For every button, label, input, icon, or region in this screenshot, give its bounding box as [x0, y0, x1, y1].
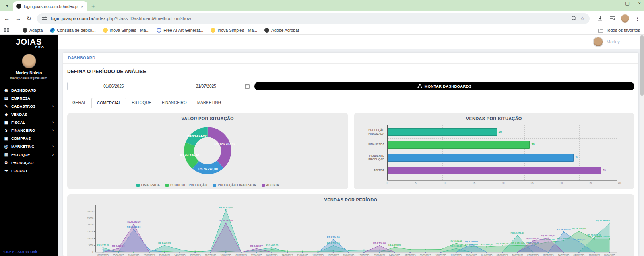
dollar-icon: $: [4, 128, 8, 133]
browser-profile-avatar[interactable]: [621, 14, 629, 23]
bookmark-item[interactable]: Adobe Acrobat: [264, 28, 299, 33]
scrollbar-thumb[interactable]: [640, 35, 644, 96]
forward-button[interactable]: →: [15, 15, 21, 22]
period-chart-title: VENDAS POR PERÍODO: [70, 197, 631, 202]
y-tick-label: 30000: [87, 210, 93, 213]
bar-category-label: FINALIZADA: [357, 141, 387, 149]
bar-value-label: 20: [499, 130, 502, 133]
tab-close-icon[interactable]: ×: [80, 4, 84, 9]
x-tick-label: 07/06/2025: [374, 254, 385, 256]
reload-button[interactable]: ↻: [27, 15, 31, 22]
data-point: [210, 252, 211, 253]
point-value-label: R$ 5.900,00: [465, 240, 478, 243]
sidebar-item-logout[interactable]: ↪LOGOUT: [0, 166, 58, 174]
bookmarks-bar: AdaptaConsulta de débito...Inova Simples…: [0, 26, 644, 35]
x-tick-label: 03/07/2025: [405, 254, 416, 256]
sidebar-item-cadastros[interactable]: ✎CADASTROS›: [0, 102, 58, 110]
bookmark-item[interactable]: Free AI Art Generat...: [157, 28, 203, 33]
data-point: [517, 235, 518, 236]
sidebar-item-label: VENDAS: [11, 112, 27, 117]
sidebar-item-marketing[interactable]: @MARKETING›: [0, 142, 58, 150]
data-point: [517, 252, 518, 253]
tab-title: login.joiaspro.com.br/index.php: [24, 4, 78, 9]
date-from-input[interactable]: 01/06/2025: [68, 82, 160, 90]
x-tick-label: 02/06/2025: [97, 254, 109, 256]
build-dashboards-button[interactable]: MONTAR DASHBOARDS: [254, 82, 634, 90]
bar-chart-title: VENDAS POR SITUAÇÃO: [357, 116, 632, 121]
zoom-icon[interactable]: [571, 16, 577, 21]
divider: [595, 27, 595, 33]
back-button[interactable]: ←: [4, 15, 10, 22]
page-scrollbar[interactable]: [640, 35, 644, 256]
legend-label: PENDENTE PRODUÇÃO: [170, 183, 207, 187]
data-point: [502, 245, 503, 246]
x-tick-label: 12/06/2025: [589, 254, 600, 256]
tab-financeiro[interactable]: FINANCEIRO: [157, 98, 192, 108]
point-value-label: R$ 4.750,00: [373, 242, 386, 244]
sidebar-item-estoque[interactable]: ▥ESTOQUE›: [0, 150, 58, 158]
bookmark-item[interactable]: Consulta de débito...: [50, 28, 95, 33]
x-tick-label: 10: [444, 182, 446, 184]
x-tick-label: 03/06/2025: [574, 254, 585, 256]
point-value-label: R$ 3.270,00: [97, 244, 109, 246]
app-topbar: Marley ...: [58, 35, 644, 49]
dashboard-tabs: GERALCOMERCIALESTOQUEFINANCEIROMARKETING: [67, 98, 634, 108]
window-close-button[interactable]: ×: [638, 1, 641, 6]
url-bar[interactable]: login.joiaspro.com.br/index.php?class=Da…: [37, 13, 590, 24]
media-controls-icon[interactable]: [609, 15, 615, 22]
sidebar-item-financeiro[interactable]: $FINANCEIRO›: [0, 126, 58, 134]
tab-marketing[interactable]: MARKETING: [192, 98, 226, 108]
x-tick-label: 06/06/2025: [604, 254, 615, 256]
tab-estoque[interactable]: ESTOQUE: [126, 98, 157, 108]
topbar-user-label[interactable]: Marley ...: [607, 39, 625, 44]
x-tick-label: 01/06/2025: [481, 254, 493, 256]
sidebar-item-produ-o[interactable]: ⚙PRODUÇÃO: [0, 158, 58, 166]
browser-menu-icon[interactable]: ⋮: [635, 16, 640, 22]
data-point: [103, 249, 104, 250]
x-tick-label: 14/06/2025: [174, 254, 186, 256]
x-tick-label: 18/06/2025: [220, 254, 231, 256]
tab-comercial[interactable]: COMERCIAL: [91, 98, 126, 108]
data-point: [287, 250, 288, 252]
all-favorites-button[interactable]: Todos os favoritos: [606, 28, 640, 33]
apps-grid-icon[interactable]: [4, 27, 9, 33]
x-tick-label: 24/06/2025: [282, 254, 293, 256]
tab-geral[interactable]: GERAL: [67, 98, 91, 108]
legend-swatch: [262, 184, 265, 187]
user-email: marley.noleto@gmail.com: [0, 76, 58, 80]
calendar-icon[interactable]: [245, 84, 250, 89]
bookmark-item[interactable]: Inova Simples - Ma...: [103, 28, 150, 33]
x-tick-label: 12/07/2025: [205, 254, 216, 256]
cart-icon: ▣: [4, 136, 8, 141]
window-restore-button[interactable]: ▢: [625, 1, 629, 6]
browser-toolbar: ← → ↻ login.joiaspro.com.br/index.php?cl…: [0, 11, 644, 26]
sidebar-item-vendas[interactable]: ◆VENDAS: [0, 110, 58, 118]
site-info-icon[interactable]: [42, 16, 47, 21]
tab-search-icon[interactable]: ▾: [3, 2, 11, 10]
data-point: [440, 252, 442, 253]
point-value-label: R$ 10.380,00: [541, 234, 555, 237]
bookmark-item[interactable]: Inova Simples - Ma...: [211, 28, 257, 33]
url-text[interactable]: login.joiaspro.com.br/index.php?class=Da…: [51, 16, 568, 21]
x-tick-label: 08/07/2025: [420, 254, 431, 256]
data-point: [333, 252, 334, 253]
chevron-right-icon: ›: [52, 128, 54, 133]
sidebar-item-empresa[interactable]: ▤EMPRESA: [0, 94, 58, 102]
date-to-input[interactable]: 31/07/2025: [160, 82, 252, 90]
data-point: [394, 247, 395, 248]
bookmark-item[interactable]: Adapta: [23, 28, 43, 33]
gridline: [388, 152, 618, 152]
bookmark-star-icon[interactable]: ☆: [580, 16, 585, 22]
downloads-icon[interactable]: [597, 15, 603, 22]
browser-tab[interactable]: login.joiaspro.com.br/index.php ×: [13, 1, 87, 11]
new-tab-button[interactable]: +: [91, 2, 95, 9]
sidebar-item-dashboard[interactable]: ◉DASHBOARD: [0, 86, 58, 94]
sidebar-item-compras[interactable]: ▣COMPRAS: [0, 134, 58, 142]
sidebar-item-fiscal[interactable]: ▦FISCAL›: [0, 118, 58, 126]
point-value-label: R$ 21.288,80: [219, 219, 233, 222]
point-value-label: R$ 5.020,00: [158, 242, 171, 244]
window-minimize-button[interactable]: –: [614, 1, 616, 6]
topbar-user-avatar[interactable]: [593, 37, 603, 47]
point-value-label: R$ 3.861,00: [481, 243, 493, 246]
data-point: [379, 245, 380, 246]
